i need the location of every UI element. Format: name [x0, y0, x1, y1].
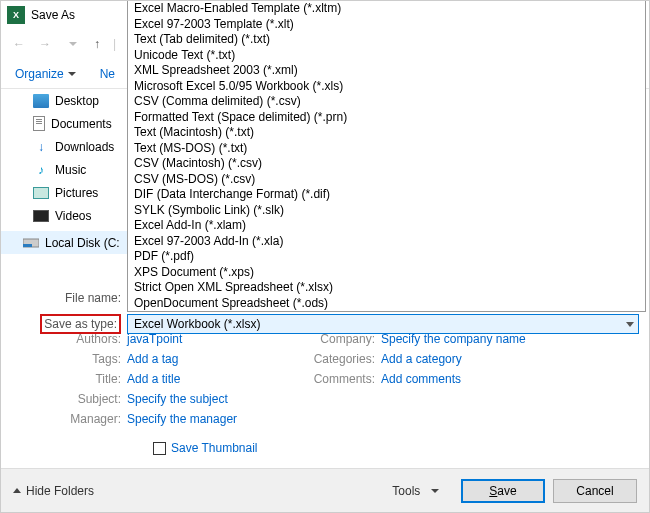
file-type-option[interactable]: Microsoft Excel 5.0/95 Workbook (*.xls) [128, 79, 645, 95]
sidebar-item-downloads[interactable]: ↓Downloads [1, 135, 127, 158]
file-type-option[interactable]: Excel 97-2003 Template (*.xlt) [128, 17, 645, 33]
pictures-icon [33, 187, 49, 199]
file-type-dropdown-list[interactable]: Excel Macro-Enabled Template (*.xltm)Exc… [127, 1, 646, 312]
company-label: Company: [297, 332, 381, 346]
sidebar-item-pictures[interactable]: Pictures [1, 181, 127, 204]
file-type-option[interactable]: Excel Macro-Enabled Template (*.xltm) [128, 1, 645, 17]
music-icon: ♪ [33, 163, 49, 177]
sidebar-label: Desktop [55, 94, 99, 108]
manager-value[interactable]: Specify the manager [127, 412, 297, 426]
hide-folders-label: Hide Folders [26, 484, 94, 498]
file-type-option[interactable]: SYLK (Symbolic Link) (*.slk) [128, 203, 645, 219]
sidebar-label: Pictures [55, 186, 98, 200]
excel-icon: X [7, 6, 25, 24]
categories-value[interactable]: Add a category [381, 352, 462, 366]
tools-button[interactable]: Tools [392, 484, 439, 498]
comments-label: Comments: [297, 372, 381, 386]
sidebar-item-local-disk[interactable]: Local Disk (C: [1, 231, 127, 254]
file-type-option[interactable]: Text (MS-DOS) (*.txt) [128, 141, 645, 157]
back-icon[interactable]: ← [9, 34, 29, 54]
downloads-icon: ↓ [33, 140, 49, 154]
authors-value[interactable]: javaTpoint [127, 332, 297, 346]
file-type-option[interactable]: Strict Open XML Spreadsheet (*.xlsx) [128, 280, 645, 296]
title-label: Title: [1, 372, 127, 386]
recent-dropdown-icon[interactable] [61, 34, 81, 54]
save-button[interactable]: Save [461, 479, 545, 503]
up-icon[interactable]: ↑ [87, 34, 107, 54]
hide-folders-button[interactable]: Hide Folders [13, 484, 94, 498]
file-type-option[interactable]: Formatted Text (Space delimited) (*.prn) [128, 110, 645, 126]
nav-separator: | [113, 37, 116, 51]
bottom-bar: Hide Folders Tools Save Cancel [1, 468, 649, 512]
file-type-option[interactable]: CSV (Macintosh) (*.csv) [128, 156, 645, 172]
disk-icon [23, 236, 39, 250]
tags-label: Tags: [1, 352, 127, 366]
chevron-down-icon [626, 322, 634, 327]
sidebar-label: Downloads [55, 140, 114, 154]
sidebar-item-documents[interactable]: Documents [1, 112, 127, 135]
sidebar-label: Local Disk (C: [45, 236, 120, 250]
file-type-option[interactable]: Text (Tab delimited) (*.txt) [128, 32, 645, 48]
svg-rect-1 [23, 244, 32, 247]
manager-label: Manager: [1, 412, 127, 426]
authors-label: Authors: [1, 332, 127, 346]
filename-label: File name: [1, 291, 127, 305]
comments-value[interactable]: Add comments [381, 372, 461, 386]
chevron-up-icon [13, 488, 21, 493]
videos-icon [33, 210, 49, 222]
subject-label: Subject: [1, 392, 127, 406]
file-type-option[interactable]: XML Spreadsheet 2003 (*.xml) [128, 63, 645, 79]
file-type-option[interactable]: Text (Macintosh) (*.txt) [128, 125, 645, 141]
tags-value[interactable]: Add a tag [127, 352, 297, 366]
file-type-option[interactable]: Excel 97-2003 Add-In (*.xla) [128, 234, 645, 250]
sidebar-item-music[interactable]: ♪Music [1, 158, 127, 181]
sidebar-label: Documents [51, 117, 112, 131]
new-folder-button[interactable]: Ne [100, 67, 115, 81]
organize-button[interactable]: Organize [15, 67, 76, 81]
sidebar-item-desktop[interactable]: Desktop [1, 89, 127, 112]
file-type-option[interactable]: PDF (*.pdf) [128, 249, 645, 265]
save-thumbnail-label: Save Thumbnail [171, 441, 258, 455]
file-type-option[interactable]: CSV (Comma delimited) (*.csv) [128, 94, 645, 110]
desktop-icon [33, 94, 49, 108]
sidebar-label: Videos [55, 209, 91, 223]
checkbox-icon [153, 442, 166, 455]
window-title: Save As [31, 8, 75, 22]
subject-value[interactable]: Specify the subject [127, 392, 297, 406]
sidebar-item-videos[interactable]: Videos [1, 204, 127, 227]
file-type-option[interactable]: DIF (Data Interchange Format) (*.dif) [128, 187, 645, 203]
documents-icon [33, 116, 45, 131]
categories-label: Categories: [297, 352, 381, 366]
file-type-option[interactable]: XPS Document (*.xps) [128, 265, 645, 281]
forward-icon[interactable]: → [35, 34, 55, 54]
file-type-option[interactable]: Unicode Text (*.txt) [128, 48, 645, 64]
company-value[interactable]: Specify the company name [381, 332, 526, 346]
cancel-button[interactable]: Cancel [553, 479, 637, 503]
file-type-option[interactable]: CSV (MS-DOS) (*.csv) [128, 172, 645, 188]
file-type-option[interactable]: OpenDocument Spreadsheet (*.ods) [128, 296, 645, 312]
metadata-panel: Authors: javaTpoint Company: Specify the… [1, 329, 649, 429]
sidebar-label: Music [55, 163, 86, 177]
file-type-option[interactable]: Excel Add-In (*.xlam) [128, 218, 645, 234]
title-value[interactable]: Add a title [127, 372, 297, 386]
save-thumbnail-checkbox[interactable]: Save Thumbnail [153, 441, 258, 455]
